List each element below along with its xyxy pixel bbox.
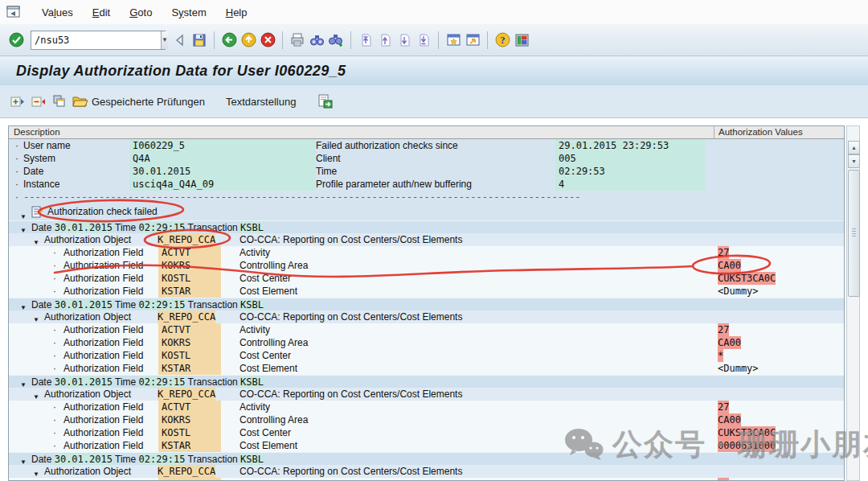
authorization-value: 27 xyxy=(718,478,729,481)
authorization-value: CA00 xyxy=(718,336,741,349)
print-icon[interactable] xyxy=(289,31,306,49)
date-node-row[interactable]: ▼Date 30.01.2015 Time 02:29:15 Transacti… xyxy=(9,452,844,465)
field-row[interactable]: ·Authorization FieldKSTARCost Element000… xyxy=(9,439,844,452)
authorization-value: 0000631000 xyxy=(718,439,776,452)
transaction-value: KSBL xyxy=(240,222,264,233)
info-value-highlight: I060229_5 xyxy=(129,139,316,152)
authorization-field-text: Cost Element xyxy=(240,362,297,375)
cancel-icon[interactable] xyxy=(259,31,276,49)
open-folder-icon xyxy=(72,93,88,109)
authorization-field-code: ACTVT xyxy=(162,246,190,259)
field-prefix: Authorization Field xyxy=(63,401,143,413)
object-node-row[interactable]: ▼Authorization ObjectK_REPO_CCACO-CCA: R… xyxy=(9,388,844,401)
bullet-icon: · xyxy=(53,349,56,362)
command-field[interactable] xyxy=(31,31,161,49)
authorization-field-text: Activity xyxy=(240,478,270,481)
export-icon[interactable] xyxy=(317,93,333,109)
object-node-row[interactable]: ▼Authorization ObjectK_REPO_CCACO-CCA: R… xyxy=(9,310,844,323)
root-node-row[interactable]: ▼Authorization check failed xyxy=(9,204,844,220)
menu-item-values[interactable]: Values xyxy=(32,2,83,23)
authorization-value: CA00 xyxy=(718,413,741,426)
field-row[interactable]: ·Authorization FieldKOSTLCost Center* xyxy=(9,349,844,362)
authorization-field-text: Cost Center xyxy=(240,349,291,362)
info-label-2: Profile parameter auth/new buffering xyxy=(316,178,472,191)
first-page-icon[interactable] xyxy=(357,31,375,49)
field-row[interactable]: ·Authorization FieldKOSTLCost CenterCUKS… xyxy=(9,426,844,439)
bullet-icon: · xyxy=(53,323,56,336)
time-prefix: Time xyxy=(113,299,139,310)
next-page-icon[interactable] xyxy=(395,31,413,49)
authorization-field-code: KOSTL xyxy=(162,349,190,362)
info-value-2: 02:29:53 xyxy=(559,165,605,178)
last-page-icon[interactable] xyxy=(415,31,432,49)
saved-checks-button[interactable]: Gespeicherte Prüfungen xyxy=(72,93,205,109)
date-prefix: Date xyxy=(31,299,55,310)
system-menu-icon[interactable] xyxy=(6,6,21,18)
field-row[interactable]: ·Authorization FieldKOKRSControlling Are… xyxy=(9,259,844,272)
save-icon[interactable] xyxy=(190,31,208,49)
field-row[interactable]: ·Authorization FieldKOKRSControlling Are… xyxy=(9,413,844,426)
object-node-row[interactable]: ▼Authorization ObjectK_REPO_CCACO-CCA: R… xyxy=(9,233,844,246)
authorization-object-code: K_REPO_CCA xyxy=(158,310,215,323)
authorization-field-text: Controlling Area xyxy=(240,413,308,426)
bullet-icon: · xyxy=(53,285,56,298)
date-node-row[interactable]: ▼Date 30.01.2015 Time 02:29:15 Transacti… xyxy=(9,375,844,388)
collapse-all-icon[interactable] xyxy=(31,93,47,109)
time-prefix: Time xyxy=(113,454,139,465)
field-row[interactable]: ·Authorization FieldKOKRSControlling Are… xyxy=(9,336,844,349)
transaction-value: KSBL xyxy=(240,454,264,465)
back-icon[interactable] xyxy=(220,31,238,49)
scrollbar-down-button[interactable]: ▼ xyxy=(848,154,860,168)
info-value-2: 29.01.2015 23:29:53 xyxy=(559,139,669,152)
authorization-field-code: KOSTL xyxy=(162,426,190,439)
find-next-icon[interactable] xyxy=(327,31,345,49)
date-node-row[interactable]: ▼Date 30.01.2015 Time 02:29:15 Transacti… xyxy=(9,298,844,310)
field-row[interactable]: ·Authorization FieldACTVTActivity27 xyxy=(9,478,844,481)
svg-text:?: ? xyxy=(500,35,505,46)
field-row[interactable]: ·Authorization FieldKOSTLCost CenterCUKS… xyxy=(9,272,844,285)
authorization-field-text: Activity xyxy=(240,323,270,336)
text-display-button[interactable]: Textdarstellung xyxy=(226,96,296,108)
field-row[interactable]: ·Authorization FieldACTVTActivity27 xyxy=(9,246,844,259)
command-field-dropdown-icon[interactable]: ▼ xyxy=(161,31,168,49)
expand-all-icon[interactable] xyxy=(10,93,26,109)
menu-item-system[interactable]: System xyxy=(162,2,215,23)
previous-page-icon[interactable] xyxy=(376,31,394,49)
scrollbar-up-button[interactable]: ▲ xyxy=(848,141,860,154)
create-shortcut-icon[interactable] xyxy=(464,31,481,49)
authorization-field-code: ACTVT xyxy=(162,401,190,413)
authorization-field-text: Cost Element xyxy=(240,439,297,452)
field-row[interactable]: ·Authorization FieldACTVTActivity27 xyxy=(9,401,844,413)
application-toolbar: Gespeicherte Prüfungen Textdarstellung xyxy=(0,85,868,118)
authorization-value: 27 xyxy=(718,323,729,336)
date-prefix: Date xyxy=(31,222,55,233)
menu-items: ValuesEditGotoSystemHelp xyxy=(32,5,257,19)
copy-subtree-icon[interactable] xyxy=(51,93,68,109)
menu-item-edit[interactable]: Edit xyxy=(83,2,120,23)
field-row[interactable]: ·Authorization FieldKSTARCost Element<Du… xyxy=(9,362,844,375)
field-prefix: Authorization Field xyxy=(63,323,143,336)
menu-item-goto[interactable]: Goto xyxy=(120,2,162,23)
help-icon[interactable]: ? xyxy=(493,31,511,49)
scrollbar-thumb[interactable] xyxy=(848,170,860,297)
date-node-row[interactable]: ▼Date 30.01.2015 Time 02:29:15 Transacti… xyxy=(9,220,844,233)
object-node-row[interactable]: ▼Authorization ObjectK_REPO_CCACO-CCA: R… xyxy=(9,465,844,478)
menu-item-help[interactable]: Help xyxy=(216,2,257,23)
field-prefix: Authorization Field xyxy=(63,336,143,349)
field-row[interactable]: ·Authorization FieldKSTARCost Element<Du… xyxy=(9,285,844,298)
field-row[interactable]: ·Authorization FieldACTVTActivity27 xyxy=(9,323,844,336)
bullet-icon: · xyxy=(53,259,56,272)
column-header-authorization-values: Authorization Values xyxy=(719,126,803,138)
enter-icon[interactable] xyxy=(7,31,25,49)
back-nav-icon[interactable] xyxy=(171,31,189,49)
date-value: 30.01.2015 xyxy=(55,299,113,310)
vertical-scrollbar[interactable]: ▲ ▼ xyxy=(846,125,860,481)
find-icon[interactable] xyxy=(308,31,326,49)
new-session-icon[interactable] xyxy=(444,31,462,49)
exit-icon[interactable] xyxy=(240,31,257,49)
column-divider[interactable] xyxy=(714,126,714,138)
title-bar: Display Authorization Data for User I060… xyxy=(0,56,868,86)
authorization-value: * xyxy=(718,349,723,362)
customize-layout-icon[interactable] xyxy=(513,31,530,49)
time-value: 02:29:15 xyxy=(139,222,186,233)
